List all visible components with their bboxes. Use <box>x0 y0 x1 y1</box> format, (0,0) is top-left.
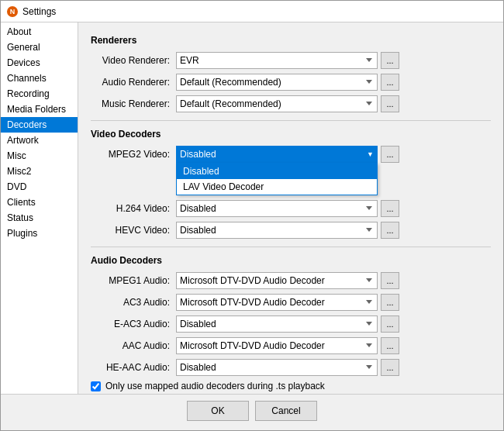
mpeg2-wrapper: Disabled Disabled LAV Video Decoder ... <box>176 146 399 163</box>
music-renderer-wrapper: Default (Recommended) ... <box>176 95 491 112</box>
h264-select[interactable]: Disabled <box>176 200 378 217</box>
audio-decoders-title: Audio Decoders <box>91 255 491 266</box>
video-renderer-wrapper: EVR ... <box>176 52 491 69</box>
sidebar-item-devices[interactable]: Devices <box>1 55 78 71</box>
aac-label: AAC Audio: <box>91 340 176 351</box>
hevc-dots-button[interactable]: ... <box>381 222 399 239</box>
app-icon: N <box>7 6 18 17</box>
heaac-label: HE-AAC Audio: <box>91 362 176 373</box>
hevc-label: HEVC Video: <box>91 225 176 236</box>
eac3-dots-button[interactable]: ... <box>381 315 399 333</box>
audio-renderer-wrapper: Default (Recommended) ... <box>176 74 491 91</box>
title-bar: N Settings <box>1 1 503 22</box>
sidebar: About General Devices Channels Recording… <box>1 22 78 394</box>
settings-window: N Settings About General Devices Channel… <box>0 0 504 431</box>
heaac-select[interactable]: Disabled <box>176 359 378 376</box>
bottom-buttons: OK Cancel <box>1 394 503 430</box>
sidebar-item-misc2[interactable]: Misc2 <box>1 164 78 179</box>
mpeg1-label: MPEG1 Audio: <box>91 275 176 286</box>
sidebar-item-recording[interactable]: Recording <box>1 86 78 102</box>
eac3-row: E-AC3 Audio: Disabled ... <box>91 315 491 333</box>
eac3-select[interactable]: Disabled <box>176 315 378 333</box>
mpeg1-row: MPEG1 Audio: Microsoft DTV-DVD Audio Dec… <box>91 272 491 289</box>
mpeg2-dropdown-list: Disabled LAV Video Decoder <box>176 163 378 195</box>
video-renderer-select[interactable]: EVR <box>176 52 378 69</box>
audio-renderer-label: Audio Renderer: <box>91 77 176 88</box>
divider-1 <box>91 120 491 121</box>
ac3-row: AC3 Audio: Microsoft DTV-DVD Audio Decod… <box>91 294 491 311</box>
h264-dots-button[interactable]: ... <box>381 200 399 217</box>
checkbox-label: Only use mapped audio decoders during .t… <box>105 381 325 391</box>
hevc-row: HEVC Video: Disabled ... <box>91 222 491 239</box>
renderers-title: Renderers <box>91 35 491 46</box>
ac3-dots-button[interactable]: ... <box>381 294 399 311</box>
sidebar-item-plugins[interactable]: Plugins <box>1 226 78 241</box>
window-title: Settings <box>22 6 56 17</box>
sidebar-item-clients[interactable]: Clients <box>1 195 78 210</box>
eac3-label: E-AC3 Audio: <box>91 319 176 329</box>
ts-playback-checkbox[interactable] <box>91 381 101 391</box>
sidebar-item-about[interactable]: About <box>1 24 78 40</box>
mpeg2-select[interactable]: Disabled <box>176 146 378 163</box>
mpeg1-wrapper: Microsoft DTV-DVD Audio Decoder ... <box>176 272 491 289</box>
checkbox-row: Only use mapped audio decoders during .t… <box>91 381 491 391</box>
ac3-label: AC3 Audio: <box>91 297 176 308</box>
aac-select[interactable]: Microsoft DTV-DVD Audio Decoder <box>176 337 378 354</box>
heaac-row: HE-AAC Audio: Disabled ... <box>91 359 491 376</box>
mpeg2-option-disabled[interactable]: Disabled <box>177 164 377 179</box>
mpeg2-label: MPEG2 Video: <box>91 149 176 160</box>
mpeg2-option-lav[interactable]: LAV Video Decoder <box>177 179 377 195</box>
video-decoders-title: Video Decoders <box>91 129 491 140</box>
sidebar-item-dvd[interactable]: DVD <box>1 179 78 195</box>
mpeg2-row: MPEG2 Video: Disabled Disabled LAV Video… <box>91 146 491 163</box>
divider-2 <box>91 247 491 247</box>
ac3-wrapper: Microsoft DTV-DVD Audio Decoder ... <box>176 294 491 311</box>
music-renderer-select[interactable]: Default (Recommended) <box>176 95 378 112</box>
h264-label: H.264 Video: <box>91 203 176 214</box>
video-renderer-dots-button[interactable]: ... <box>381 52 399 69</box>
sidebar-item-misc[interactable]: Misc <box>1 148 78 164</box>
aac-wrapper: Microsoft DTV-DVD Audio Decoder ... <box>176 337 491 354</box>
h264-row: H.264 Video: Disabled ... <box>91 200 491 217</box>
hevc-select[interactable]: Disabled <box>176 222 378 239</box>
h264-wrapper: Disabled ... <box>176 200 491 217</box>
music-renderer-row: Music Renderer: Default (Recommended) ..… <box>91 95 491 112</box>
audio-renderer-row: Audio Renderer: Default (Recommended) ..… <box>91 74 491 91</box>
main-content: About General Devices Channels Recording… <box>1 22 503 394</box>
eac3-wrapper: Disabled ... <box>176 315 491 333</box>
audio-renderer-select[interactable]: Default (Recommended) <box>176 74 378 91</box>
mpeg1-select[interactable]: Microsoft DTV-DVD Audio Decoder <box>176 272 378 289</box>
mpeg1-dots-button[interactable]: ... <box>381 272 399 289</box>
sidebar-item-general[interactable]: General <box>1 40 78 55</box>
aac-dots-button[interactable]: ... <box>381 337 399 354</box>
cancel-button[interactable]: Cancel <box>255 401 317 421</box>
ac3-select[interactable]: Microsoft DTV-DVD Audio Decoder <box>176 294 378 311</box>
sidebar-item-decoders[interactable]: Decoders <box>1 117 78 133</box>
aac-row: AAC Audio: Microsoft DTV-DVD Audio Decod… <box>91 337 491 354</box>
video-renderer-label: Video Renderer: <box>91 55 176 66</box>
sidebar-item-status[interactable]: Status <box>1 210 78 226</box>
heaac-wrapper: Disabled ... <box>176 359 491 376</box>
hevc-wrapper: Disabled ... <box>176 222 491 239</box>
mpeg2-selected-text: Disabled <box>180 149 216 160</box>
mpeg2-dots-button[interactable]: ... <box>381 146 399 163</box>
sidebar-item-media-folders[interactable]: Media Folders <box>1 102 78 117</box>
audio-renderer-dots-button[interactable]: ... <box>381 74 399 91</box>
heaac-dots-button[interactable]: ... <box>381 359 399 376</box>
video-renderer-row: Video Renderer: EVR ... <box>91 52 491 69</box>
music-renderer-label: Music Renderer: <box>91 98 176 109</box>
sidebar-item-channels[interactable]: Channels <box>1 71 78 86</box>
sidebar-item-artwork[interactable]: Artwork <box>1 133 78 148</box>
music-renderer-dots-button[interactable]: ... <box>381 95 399 112</box>
ok-button[interactable]: OK <box>187 401 249 421</box>
content-area: Renderers Video Renderer: EVR ... Audio … <box>78 22 503 394</box>
